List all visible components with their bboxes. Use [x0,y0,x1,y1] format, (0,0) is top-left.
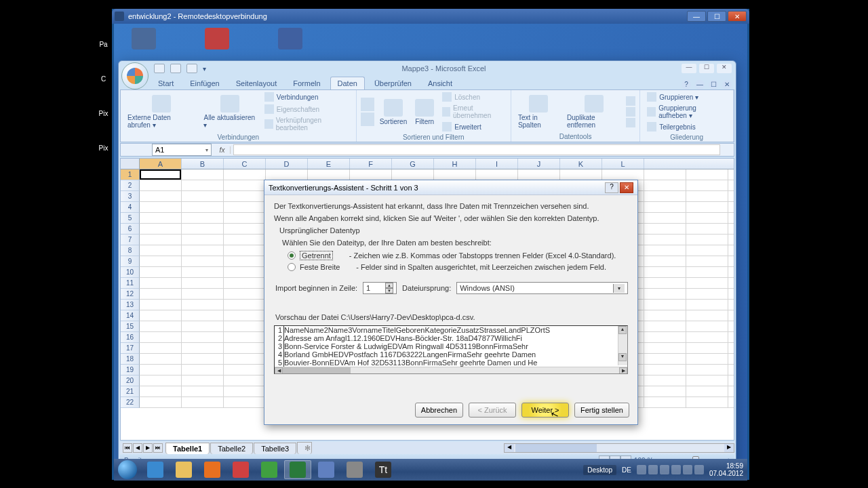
maximize-button[interactable]: ☐ [707,11,726,22]
excel-close-button[interactable]: ✕ [717,64,732,73]
col-header[interactable]: J [518,159,560,169]
row-header[interactable]: 5 [121,213,140,224]
tray-icon[interactable] [637,465,646,474]
row-header[interactable]: 9 [121,256,140,267]
name-box[interactable]: A1 [152,144,212,156]
fx-icon[interactable]: fx [214,146,231,154]
active-cell[interactable] [140,169,181,180]
taskbar-media[interactable] [199,460,226,479]
taskbar-excel[interactable] [284,460,311,479]
col-header[interactable]: D [266,159,308,169]
sheet-nav-last-icon[interactable]: ⏭ [153,443,163,453]
row-header[interactable]: 22 [121,397,140,408]
sheet-tab[interactable]: Tabelle1 [165,443,210,454]
radio-fixed-width-label[interactable]: Feste Breite [300,263,340,271]
preview-vscroll[interactable]: ▲▼ [618,326,627,365]
col-header[interactable]: C [224,159,266,169]
row-header[interactable]: 2 [121,180,140,191]
qat-redo-icon[interactable] [186,64,197,73]
row-header[interactable]: 19 [121,365,140,375]
row-header[interactable]: 8 [121,245,140,256]
excel-minimize-button[interactable]: — [682,64,696,73]
tray-icon[interactable] [648,465,658,474]
new-sheet-icon[interactable]: ✻ [297,442,312,454]
desktop-shortcut[interactable] [274,28,307,52]
row-header[interactable]: 11 [121,278,140,289]
qat-save-icon[interactable] [154,64,165,73]
col-header[interactable]: F [350,159,392,169]
consolidate-icon[interactable] [626,107,635,117]
language-indicator[interactable]: DE [622,466,631,474]
subtotal-button[interactable]: Teilergebnis [644,121,729,132]
start-button[interactable] [114,459,141,481]
advanced-filter-button[interactable]: Erweitert [439,121,507,132]
radio-fixed-width[interactable] [288,263,296,271]
row-header[interactable]: 16 [121,332,140,343]
col-header[interactable]: I [476,159,518,169]
office-button[interactable] [121,62,149,89]
cancel-button[interactable]: Abbrechen [415,403,463,418]
desktop-shortcut[interactable] [127,28,160,52]
connections-button[interactable]: Verbindungen [262,92,352,102]
remove-duplicates-button[interactable]: Duplikate entfernen [564,94,623,130]
file-origin-combo[interactable]: Windows (ANSI) [456,282,628,294]
row-header[interactable]: 14 [121,310,140,321]
col-header[interactable]: L [602,159,644,169]
clock[interactable]: 18:59 07.04.2012 [709,462,743,477]
data-validation-icon[interactable] [626,96,635,106]
rdp-titlebar[interactable]: entwicklung2 - Remotedesktopverbindung —… [112,9,749,24]
row-header[interactable]: 7 [121,235,140,245]
dialog-titlebar[interactable]: Textkonvertierungs-Assistent - Schritt 1… [264,180,637,195]
select-all-corner[interactable] [121,159,140,169]
row-header[interactable]: 1 [121,169,140,180]
spinner-up-icon[interactable]: ▲ [385,283,393,288]
row-header[interactable]: 18 [121,354,140,365]
horizontal-scrollbar[interactable]: ◀▶ [504,443,734,453]
tab-ueberpruefen[interactable]: Überprüfen [368,77,418,89]
text-to-columns-button[interactable]: Text in Spalten [515,94,561,130]
minimize-button[interactable]: — [687,11,706,22]
close-button[interactable]: ✕ [728,11,747,22]
tray-icon[interactable] [660,465,669,474]
ungroup-button[interactable]: Gruppierung aufheben ▾ [644,104,729,120]
row-header[interactable]: 20 [121,375,140,386]
radio-delimited[interactable] [288,251,296,260]
sort-az-icon[interactable] [361,98,374,111]
refresh-all-button[interactable]: Alle aktualisieren ▾ [201,94,258,130]
taskbar-app[interactable] [313,460,340,479]
preview-hscroll[interactable]: ◀▶ [275,367,627,374]
taskbar-ie[interactable] [142,460,169,479]
tab-start[interactable]: Start [151,77,180,89]
taskbar-app[interactable] [256,460,283,479]
row-header[interactable]: 12 [121,289,140,300]
tray-icon[interactable] [694,465,704,474]
taskbar-app[interactable]: Tt [370,460,397,479]
tray-icon[interactable] [683,465,692,474]
filter-button[interactable]: Filtern [412,98,437,127]
row-header[interactable]: 15 [121,321,140,332]
import-start-row-input[interactable]: 1 ▲▼ [363,282,397,294]
dialog-close-button[interactable]: ✕ [620,182,633,193]
tab-einfuegen[interactable]: Einfügen [183,77,226,89]
col-header[interactable]: G [392,159,434,169]
sheet-tab[interactable]: Tabelle2 [210,443,253,454]
row-header[interactable]: 4 [121,202,140,213]
radio-delimited-label[interactable]: Getrennt [300,251,333,260]
col-header[interactable]: H [434,159,476,169]
show-desktop-button[interactable]: Desktop [583,465,616,475]
col-header[interactable]: B [182,159,224,169]
tab-formeln[interactable]: Formeln [286,77,327,89]
row-header[interactable]: 21 [121,386,140,397]
sheet-nav-prev-icon[interactable]: ◀ [133,443,142,453]
tab-daten[interactable]: Daten [330,77,365,89]
sheet-nav-first-icon[interactable]: ⏮ [123,443,132,453]
col-header[interactable]: A [140,159,182,169]
col-header[interactable]: K [560,159,602,169]
dialog-help-button[interactable]: ? [605,182,618,193]
group-button[interactable]: Gruppieren ▾ [644,92,729,102]
row-header[interactable]: 6 [121,224,140,235]
mdi-restore-button[interactable]: ☐ [709,80,718,89]
sort-za-icon[interactable] [361,113,374,126]
whatif-icon[interactable] [626,118,635,127]
desktop-shortcut[interactable] [201,28,233,52]
